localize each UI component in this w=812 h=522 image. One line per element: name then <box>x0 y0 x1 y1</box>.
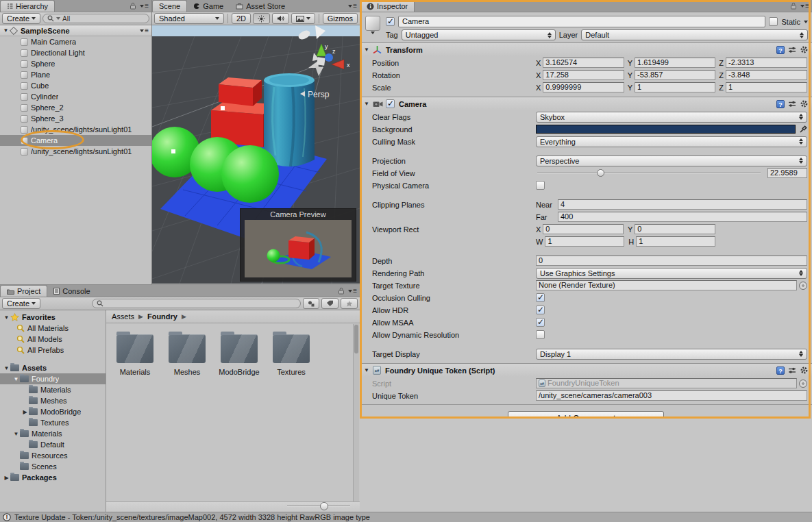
physical-camera-checkbox[interactable] <box>536 181 545 190</box>
transform-header[interactable]: ▼ Transform ? <box>360 42 812 56</box>
tab-scene[interactable]: Scene <box>152 0 187 12</box>
foldout-arrow[interactable]: ▼ <box>2 27 10 34</box>
clipping-near-field[interactable]: 4 <box>558 199 807 210</box>
project-search-input[interactable] <box>92 299 301 308</box>
presets-icon[interactable] <box>788 100 796 108</box>
tree-item-resources[interactable]: Resources <box>0 450 106 461</box>
background-color-swatch[interactable] <box>536 125 796 134</box>
help-icon[interactable]: ? <box>776 366 785 375</box>
hierarchy-item[interactable]: Directional Light <box>0 47 151 58</box>
presets-icon[interactable] <box>788 366 796 374</box>
hierarchy-item[interactable]: /unity_scene/lights/sunLight01 <box>0 146 151 157</box>
culling-mask-dropdown[interactable]: Everything <box>536 136 807 147</box>
scene-viewport[interactable]: y z x Persp Camera Preview <box>152 25 360 284</box>
depth-field[interactable]: 0 <box>536 256 807 266</box>
tree-item-meshes[interactable]: Meshes <box>0 395 106 406</box>
gameobject-name-field[interactable]: Camera <box>398 16 765 27</box>
hierarchy-item[interactable]: /unity_scene/lights/sunLight01 <box>0 124 151 135</box>
fov-slider[interactable] <box>536 169 762 178</box>
scene-menu-icon[interactable]: ≡ <box>140 27 151 34</box>
hierarchy-item[interactable]: Main Camera <box>0 36 151 47</box>
tree-item-packages[interactable]: ▶Packages <box>0 472 106 483</box>
tree-item-modobridge[interactable]: ▶ModoBridge <box>0 406 106 417</box>
gameobject-active-checkbox[interactable] <box>386 17 395 26</box>
viewport-y-field[interactable]: 0 <box>635 224 715 234</box>
viewport-h-field[interactable]: 1 <box>636 236 715 247</box>
allow-dynamic-resolution-checkbox[interactable] <box>536 330 545 339</box>
folder-textures[interactable]: Textures <box>272 334 310 376</box>
tree-item-materials-2[interactable]: ▼Materials <box>0 428 106 439</box>
hierarchy-create-button[interactable]: Create <box>2 13 40 24</box>
position-y-field[interactable]: 1.619499 <box>635 58 715 68</box>
panel-menu-icon[interactable]: ≡ <box>800 2 809 10</box>
presets-icon[interactable] <box>788 46 796 53</box>
tree-item-scenes[interactable]: Scenes <box>0 461 106 472</box>
tag-dropdown[interactable]: Untagged <box>402 29 556 40</box>
layer-dropdown[interactable]: Default <box>581 29 808 40</box>
lock-icon[interactable] <box>338 287 345 295</box>
tree-item-foundry-selected[interactable]: ▼Foundry <box>0 373 106 384</box>
hierarchy-item[interactable]: Cylinder <box>0 91 151 102</box>
camera-component-header[interactable]: ▼ Camera ? <box>360 97 812 110</box>
thumbnail-size-slider[interactable] <box>287 502 350 510</box>
allow-hdr-checkbox[interactable] <box>536 306 545 314</box>
search-by-label-button[interactable] <box>321 298 339 309</box>
folder-materials[interactable]: Materials <box>116 334 154 376</box>
breadcrumb-foundry[interactable]: Foundry <box>147 312 177 321</box>
rotation-z-field[interactable]: -3.848 <box>726 70 807 80</box>
tree-item-all-prefabs[interactable]: All Prefabs <box>0 345 106 356</box>
rendering-path-dropdown[interactable]: Use Graphics Settings <box>536 268 807 279</box>
viewport-w-field[interactable]: 1 <box>545 236 624 247</box>
hierarchy-item[interactable]: Sphere <box>0 58 151 69</box>
foldout-arrow[interactable]: ▼ <box>363 47 370 53</box>
panel-menu-icon[interactable]: ≡ <box>140 2 149 10</box>
scene-lighting-button[interactable] <box>253 13 270 24</box>
gizmos-dropdown[interactable]: Gizmos <box>323 13 358 24</box>
lock-icon[interactable] <box>130 2 136 10</box>
status-bar[interactable]: ! Texture Update - Token:/unity_scene/te… <box>0 512 812 522</box>
foundry-token-header[interactable]: ▼ c# Foundry Unique Token (Script) ? <box>360 363 812 377</box>
target-display-dropdown[interactable]: Display 1 <box>536 349 807 360</box>
hierarchy-search-input[interactable]: All <box>42 14 149 23</box>
gameobject-icon-large[interactable] <box>364 16 382 34</box>
move-handle[interactable] <box>221 106 225 110</box>
position-x-field[interactable]: 3.162574 <box>543 58 624 68</box>
viewport-x-field[interactable]: 0 <box>543 224 624 234</box>
gear-icon[interactable] <box>800 366 809 375</box>
shading-mode-dropdown[interactable]: Shaded <box>154 13 224 24</box>
panel-menu-icon[interactable]: ≡ <box>348 2 357 10</box>
projection-dropdown[interactable]: Perspective <box>536 156 807 166</box>
camera-enabled-checkbox[interactable] <box>386 99 395 108</box>
scale-x-field[interactable]: 0.9999999 <box>543 82 624 92</box>
lock-icon[interactable] <box>790 2 797 10</box>
search-by-type-button[interactable] <box>303 298 319 309</box>
scene-effects-button[interactable] <box>291 13 315 24</box>
tree-item-all-models[interactable]: All Models <box>0 334 106 345</box>
tab-asset-store[interactable]: Asset Store <box>230 0 291 12</box>
persp-label[interactable]: Persp <box>308 90 330 99</box>
tree-item-favorites[interactable]: ▼ Favorites <box>0 312 106 323</box>
help-icon[interactable]: ? <box>776 46 785 54</box>
tree-item-materials[interactable]: Materials <box>0 384 106 395</box>
object-picker-icon[interactable] <box>799 380 807 388</box>
tab-project[interactable]: Project <box>0 285 47 297</box>
gear-icon[interactable] <box>800 45 809 54</box>
clipping-far-field[interactable]: 400 <box>558 212 807 222</box>
hierarchy-item[interactable]: Sphere_2 <box>0 102 151 113</box>
folder-meshes[interactable]: Meshes <box>168 334 206 376</box>
unique-token-field[interactable]: /unity_scene/cameras/camera003 <box>536 390 807 401</box>
gear-icon[interactable] <box>800 99 809 108</box>
tab-console[interactable]: Console <box>47 285 96 297</box>
vertical-scrollbar[interactable] <box>353 324 359 509</box>
hierarchy-item[interactable]: Cube <box>0 80 151 91</box>
tree-item-assets[interactable]: ▼Assets <box>0 362 106 373</box>
occlusion-culling-checkbox[interactable] <box>536 293 545 302</box>
rotation-x-field[interactable]: 17.258 <box>543 70 624 80</box>
static-dropdown-arrow[interactable] <box>804 21 808 23</box>
folder-modobridge[interactable]: ModoBridge <box>220 334 258 376</box>
hierarchy-item-camera-selected[interactable]: Camera <box>0 135 151 146</box>
toggle-2d-button[interactable]: 2D <box>232 13 251 24</box>
position-z-field[interactable]: -2.3313 <box>726 58 807 68</box>
tree-item-textures[interactable]: Textures <box>0 417 106 428</box>
project-create-button[interactable]: Create <box>2 298 40 309</box>
